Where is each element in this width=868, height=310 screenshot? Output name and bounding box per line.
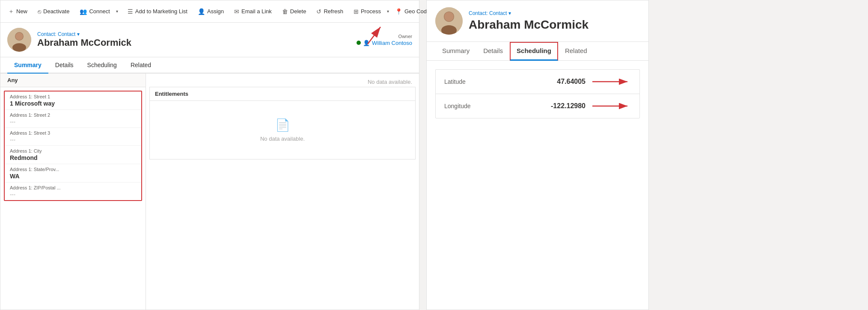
field-street3-value: --- bbox=[10, 136, 136, 143]
longitude-arrow bbox=[592, 102, 631, 110]
entitlements-section: Entitlements 📄 No data available. bbox=[149, 87, 416, 159]
section-header: Any bbox=[0, 74, 146, 87]
main-content: Any Address 1: Street 1 1 Microsoft way … bbox=[0, 74, 419, 310]
rp-tab-scheduling[interactable]: Scheduling bbox=[510, 42, 558, 61]
right-panel: Contact: Contact ▾ Abraham McCormick Sum… bbox=[426, 0, 649, 310]
assign-icon: 👤 bbox=[198, 8, 205, 15]
rp-contact-name: Abraham McCormick bbox=[469, 18, 589, 32]
field-city-value: Redmond bbox=[10, 154, 136, 161]
field-state-value: WA bbox=[10, 173, 136, 180]
field-city-label: Address 1: City bbox=[10, 148, 136, 154]
rp-tabs: Summary Details Scheduling Related bbox=[427, 42, 648, 61]
field-zip: Address 1: ZIP/Postal ... --- bbox=[5, 183, 141, 200]
rp-avatar bbox=[435, 7, 463, 35]
field-street1-label: Address 1: Street 1 bbox=[10, 94, 136, 99]
latitude-label: Latitude bbox=[444, 78, 466, 85]
email-icon: ✉ bbox=[234, 8, 239, 15]
rp-entity-chevron-icon: ▾ bbox=[508, 10, 511, 16]
longitude-label: Longitude bbox=[444, 103, 471, 109]
form-highlighted-group: Address 1: Street 1 1 Microsoft way Addr… bbox=[4, 91, 142, 201]
svg-point-8 bbox=[444, 12, 454, 21]
longitude-value: -122.12980 bbox=[551, 102, 586, 110]
plus-icon: ＋ bbox=[8, 8, 14, 15]
scheduling-content: Latitude 47.64005 Longi bbox=[427, 61, 648, 310]
field-street3: Address 1: Street 3 --- bbox=[5, 128, 141, 146]
latitude-value-group: 47.64005 bbox=[557, 77, 631, 86]
svg-line-5 bbox=[368, 27, 380, 44]
tab-summary[interactable]: Summary bbox=[7, 57, 48, 74]
rp-entity: Contact: Contact ▾ bbox=[469, 10, 589, 16]
refresh-icon: ↺ bbox=[316, 8, 321, 15]
longitude-value-group: -122.12980 bbox=[551, 102, 631, 110]
contact-header-left: Contact: Contact ▾ Abraham McCormick bbox=[7, 28, 131, 52]
field-street2: Address 1: Street 2 --- bbox=[5, 110, 141, 128]
rp-tab-related[interactable]: Related bbox=[558, 42, 594, 61]
left-panel: ＋ New ⎋ Deactivate 👥 Connect ▾ ☰ Add to … bbox=[0, 0, 419, 310]
contact-title-block: Contact: Contact ▾ Abraham McCormick bbox=[37, 31, 131, 48]
contact-header: Contact: Contact ▾ Abraham McCormick Own… bbox=[0, 23, 419, 57]
field-zip-label: Address 1: ZIP/Postal ... bbox=[10, 185, 136, 190]
toolbar: ＋ New ⎋ Deactivate 👥 Connect ▾ ☰ Add to … bbox=[0, 0, 419, 23]
no-data-text: No data available. bbox=[260, 136, 305, 142]
no-data-label: No data available. bbox=[149, 77, 416, 87]
field-street1-value: 1 Microsoft way bbox=[10, 100, 136, 107]
svg-point-2 bbox=[12, 43, 26, 52]
rp-tab-details[interactable]: Details bbox=[476, 42, 510, 61]
rp-tab-summary[interactable]: Summary bbox=[435, 42, 476, 61]
contact-entity: Contact: Contact ▾ bbox=[37, 31, 131, 37]
add-to-marketing-button[interactable]: ☰ Add to Marketing List bbox=[123, 6, 192, 18]
latitude-value: 47.64005 bbox=[557, 78, 586, 86]
email-link-button[interactable]: ✉ Email a Link bbox=[230, 6, 276, 18]
deactivate-button[interactable]: ⎋ Deactivate bbox=[33, 6, 74, 18]
assign-button[interactable]: 👤 Assign bbox=[193, 6, 228, 18]
geocode-icon: 📍 bbox=[395, 8, 402, 15]
delete-icon: 🗑 bbox=[282, 8, 288, 15]
rp-header-row: Contact: Contact ▾ Abraham McCormick bbox=[427, 0, 648, 42]
entitlements-header: Entitlements bbox=[150, 87, 415, 101]
connect-chevron-icon[interactable]: ▾ bbox=[116, 9, 118, 14]
refresh-button[interactable]: ↺ Refresh bbox=[312, 6, 348, 18]
deactivate-icon: ⎋ bbox=[38, 8, 41, 15]
latitude-arrow bbox=[592, 77, 631, 86]
longitude-row: Longitude -122.12980 bbox=[436, 94, 639, 118]
no-data-icon: 📄 bbox=[275, 118, 290, 132]
owner-label: Owner bbox=[398, 34, 412, 39]
entity-chevron-icon: ▾ bbox=[77, 31, 80, 37]
tabs: Summary Details Scheduling Related bbox=[0, 57, 419, 74]
connect-icon: 👥 bbox=[80, 8, 87, 15]
process-chevron-icon[interactable]: ▾ bbox=[387, 9, 389, 14]
new-button[interactable]: ＋ New bbox=[4, 5, 32, 18]
field-street3-label: Address 1: Street 3 bbox=[10, 130, 136, 136]
process-icon: ⊞ bbox=[354, 8, 359, 15]
entitlements-no-data: 📄 No data available. bbox=[150, 101, 415, 159]
process-button[interactable]: ⊞ Process bbox=[349, 6, 385, 18]
tab-related[interactable]: Related bbox=[124, 57, 158, 74]
field-state: Address 1: State/Prov... WA bbox=[5, 164, 141, 183]
field-state-label: Address 1: State/Prov... bbox=[10, 167, 136, 172]
field-street2-value: --- bbox=[10, 118, 136, 125]
field-zip-value: --- bbox=[10, 191, 136, 198]
svg-point-3 bbox=[15, 32, 23, 40]
connect-button[interactable]: 👥 Connect bbox=[75, 6, 114, 18]
field-street2-label: Address 1: Street 2 bbox=[10, 112, 136, 118]
form-section: Any Address 1: Street 1 1 Microsoft way … bbox=[0, 74, 146, 310]
contact-name: Abraham McCormick bbox=[37, 37, 131, 48]
rp-title-block: Contact: Contact ▾ Abraham McCormick bbox=[469, 10, 589, 32]
field-city: Address 1: City Redmond bbox=[5, 146, 141, 164]
tab-scheduling[interactable]: Scheduling bbox=[80, 57, 124, 74]
right-section: No data available. Entitlements 📄 No dat… bbox=[146, 74, 419, 310]
tab-details[interactable]: Details bbox=[48, 57, 80, 74]
geo-code-arrow bbox=[342, 23, 385, 48]
avatar bbox=[7, 28, 31, 52]
field-street1: Address 1: Street 1 1 Microsoft way bbox=[5, 92, 141, 110]
geo-card: Latitude 47.64005 Longi bbox=[435, 69, 640, 118]
delete-button[interactable]: 🗑 Delete bbox=[278, 6, 311, 18]
latitude-row: Latitude 47.64005 bbox=[436, 70, 639, 94]
marketing-icon: ☰ bbox=[128, 8, 133, 15]
